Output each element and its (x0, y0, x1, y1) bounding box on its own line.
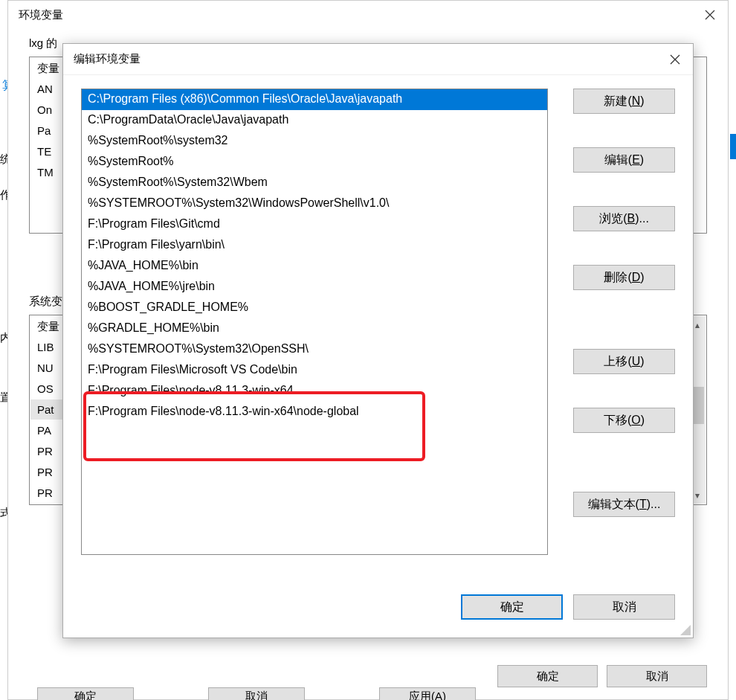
btn-accel: O (631, 414, 640, 427)
ok-button[interactable]: 确定 (37, 687, 134, 700)
edit-button[interactable]: 编辑(E) (573, 147, 675, 173)
btn-label: 上移( (604, 354, 631, 370)
path-item[interactable]: F:\Program Files\node-v8.11.3-win-x64\no… (82, 402, 547, 423)
btn-accel: N (632, 94, 641, 108)
new-button[interactable]: 新建(N) (573, 89, 675, 114)
btn-label: 浏览( (599, 211, 627, 227)
background-accent (730, 134, 736, 159)
btn-label: 删除( (604, 270, 631, 286)
btn-label: 新建( (604, 94, 631, 109)
cancel-button[interactable]: 取消 (607, 665, 707, 687)
list-item[interactable]: Pa (37, 124, 51, 137)
close-button[interactable] (657, 45, 693, 74)
list-item[interactable]: NU (37, 362, 54, 374)
move-up-button[interactable]: 上移(U) (573, 349, 675, 374)
btn-label: )... (635, 212, 649, 225)
edit-titlebar: 编辑环境变量 (63, 44, 693, 75)
cancel-button[interactable]: 取消 (208, 687, 305, 700)
list-item[interactable]: On (37, 103, 52, 116)
move-down-button[interactable]: 下移(O) (573, 408, 675, 433)
edit-side-buttons: 新建(N) 编辑(E) 浏览(B)... 删除(D) 上移(U) 下移(O) 编… (573, 89, 675, 525)
btn-label: ) (640, 355, 644, 368)
btn-label: 下移( (604, 413, 631, 428)
cancel-button[interactable]: 取消 (573, 594, 675, 620)
env-dialog-bottom-buttons: 确定 取消 (497, 665, 707, 687)
path-item[interactable]: F:\Program Files\Microsoft VS Code\bin (82, 360, 547, 381)
close-button[interactable] (692, 1, 728, 29)
btn-label: ) (641, 414, 645, 427)
list-item[interactable]: PR (37, 445, 53, 457)
btn-accel: T (639, 498, 647, 511)
list-item[interactable]: AN (37, 83, 53, 95)
btn-label: )... (647, 498, 661, 511)
btn-label: ) (640, 271, 644, 284)
btn-label: 编辑( (604, 152, 632, 168)
list-item[interactable]: PA (37, 424, 51, 437)
path-item[interactable]: %JAVA_HOME%\bin (82, 256, 547, 277)
column-header: 变量 (37, 62, 59, 76)
path-item[interactable]: %JAVA_HOME%\jre\bin (82, 277, 547, 298)
path-item[interactable]: F:\Program Files\node-v8.11.3-win-x64 (82, 381, 547, 402)
btn-accel: B (627, 212, 635, 225)
ok-button[interactable]: 确定 (497, 665, 598, 687)
path-item[interactable]: %SystemRoot% (82, 152, 547, 173)
delete-button[interactable]: 删除(D) (573, 265, 675, 290)
bg-bottom-buttons: 确定 取消 应用(A) (37, 687, 476, 700)
list-item[interactable]: OS (37, 382, 54, 395)
path-item[interactable]: %SystemRoot%\system32 (82, 131, 547, 152)
btn-label: 编辑文本( (588, 497, 639, 513)
edit-text-button[interactable]: 编辑文本(T)... (573, 492, 675, 517)
path-item[interactable]: C:\ProgramData\Oracle\Java\javapath (82, 110, 547, 131)
list-item[interactable]: TM (37, 166, 54, 179)
env-dialog-title: 环境变量 (19, 8, 63, 22)
btn-label: ) (640, 94, 644, 108)
path-item[interactable]: C:\Program Files (x86)\Common Files\Orac… (82, 89, 547, 110)
path-item[interactable]: %SYSTEMROOT%\System32\WindowsPowerShell\… (82, 193, 547, 214)
edit-bottom-buttons: 确定 取消 (461, 594, 675, 620)
path-item[interactable]: %SYSTEMROOT%\System32\OpenSSH\ (82, 339, 547, 360)
btn-accel: D (632, 271, 641, 284)
edit-env-variable-dialog: 编辑环境变量 C:\Program Files (x86)\Common Fil… (62, 43, 694, 638)
close-icon (670, 54, 680, 65)
path-item[interactable]: %GRADLE_HOME%\bin (82, 318, 547, 339)
env-titlebar: 环境变量 (8, 1, 728, 29)
path-listbox[interactable]: C:\Program Files (x86)\Common Files\Orac… (81, 89, 548, 555)
list-item[interactable]: PR (37, 487, 53, 499)
list-item[interactable]: TE (37, 145, 51, 158)
list-item[interactable]: Pat (37, 403, 54, 416)
path-item[interactable]: F:\Program Files\yarn\bin\ (82, 235, 547, 256)
btn-accel: U (632, 355, 641, 368)
column-header: 变量 (37, 320, 59, 334)
close-icon (705, 10, 715, 20)
list-item[interactable]: LIB (37, 341, 54, 353)
edit-dialog-title: 编辑环境变量 (74, 52, 141, 66)
path-item[interactable]: %BOOST_GRADLE_HOME% (82, 298, 547, 318)
resize-grip-icon[interactable] (680, 625, 691, 635)
btn-accel: E (632, 153, 640, 167)
ok-button[interactable]: 确定 (461, 594, 563, 620)
list-item[interactable]: PR (37, 466, 53, 478)
btn-label: ) (640, 153, 644, 167)
apply-button[interactable]: 应用(A) (379, 687, 476, 700)
browse-button[interactable]: 浏览(B)... (573, 206, 675, 231)
path-item[interactable]: F:\Program Files\Git\cmd (82, 214, 547, 235)
path-item[interactable]: %SystemRoot%\System32\Wbem (82, 173, 547, 193)
